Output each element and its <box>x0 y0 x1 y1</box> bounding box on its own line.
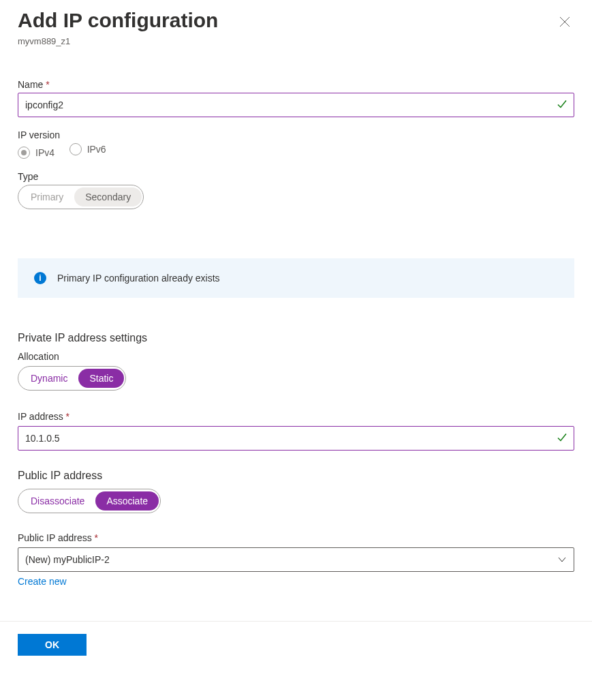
allocation-static[interactable]: Static <box>78 369 124 388</box>
page-subtitle: myvm889_z1 <box>18 36 574 46</box>
allocation-label: Allocation <box>18 351 574 362</box>
create-new-link[interactable]: Create new <box>18 576 67 587</box>
close-icon <box>559 16 570 27</box>
info-box: i Primary IP configuration already exist… <box>18 258 574 298</box>
close-button[interactable] <box>555 12 574 33</box>
radio-icon <box>18 147 30 159</box>
info-message: Primary IP configuration already exists <box>57 273 220 284</box>
type-primary: Primary <box>20 187 74 207</box>
page-title: Add IP configuration <box>18 8 218 33</box>
allocation-toggle: Dynamic Static <box>18 366 126 391</box>
info-icon: i <box>34 272 46 284</box>
type-label: Type <box>18 171 574 182</box>
dropdown-value: (New) myPublicIP-2 <box>25 554 110 565</box>
ip-version-group: IPv4 IPv6 <box>18 143 574 159</box>
radio-label: IPv4 <box>35 147 54 158</box>
ip-version-ipv6[interactable]: IPv6 <box>69 143 106 155</box>
ip-version-label: IP version <box>18 130 574 140</box>
ok-button[interactable]: OK <box>18 634 87 656</box>
allocation-dynamic[interactable]: Dynamic <box>20 369 78 388</box>
association-disassociate[interactable]: Disassociate <box>20 491 95 511</box>
ip-address-label: IP address <box>18 411 574 422</box>
association-associate[interactable]: Associate <box>95 491 159 511</box>
public-ip-heading: Public IP address <box>18 470 574 482</box>
chevron-down-icon <box>557 555 567 564</box>
name-label: Name <box>18 79 574 90</box>
type-secondary[interactable]: Secondary <box>74 187 142 207</box>
public-ip-address-label: Public IP address <box>18 532 574 543</box>
ip-version-ipv4[interactable]: IPv4 <box>18 147 54 159</box>
ip-address-input[interactable] <box>18 426 574 451</box>
name-input[interactable] <box>18 93 574 117</box>
radio-icon <box>69 143 82 155</box>
checkmark-icon <box>557 99 567 112</box>
radio-label: IPv6 <box>87 144 106 155</box>
public-ip-dropdown[interactable]: (New) myPublicIP-2 <box>18 547 574 572</box>
type-toggle: Primary Secondary <box>18 185 144 209</box>
private-ip-heading: Private IP address settings <box>18 332 574 344</box>
association-toggle: Disassociate Associate <box>18 489 161 513</box>
checkmark-icon <box>557 432 567 445</box>
